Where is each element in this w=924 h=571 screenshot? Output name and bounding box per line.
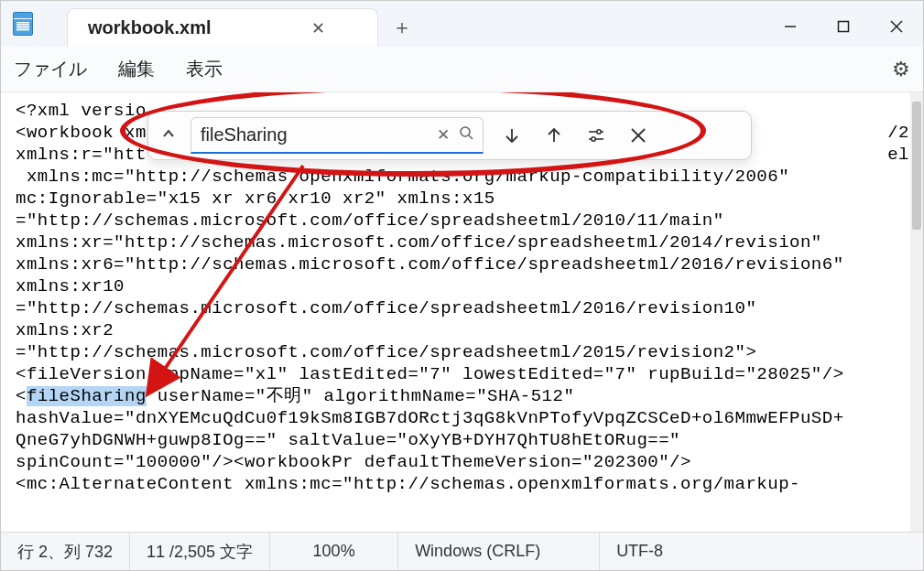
menu-file[interactable]: ファイル: [14, 57, 87, 81]
window-controls: [764, 6, 923, 47]
search-icon[interactable]: [459, 125, 473, 145]
status-charcount: 11 /2,505 文字: [130, 533, 270, 570]
notepad-window: workbook.xml ✕ ＋ ファイル 編集 表示 ⚙ <?xml vers…: [0, 0, 924, 571]
tab-workbook-xml[interactable]: workbook.xml ✕: [67, 8, 378, 47]
svg-point-9: [597, 130, 601, 134]
minimize-button[interactable]: [764, 6, 817, 47]
status-position: 行 2、列 732: [1, 533, 130, 570]
find-input[interactable]: fileSharing ✕: [190, 117, 484, 154]
find-input-value: fileSharing: [201, 124, 428, 145]
status-encoding[interactable]: UTF-8: [600, 533, 746, 570]
find-prev-icon[interactable]: [540, 126, 568, 145]
statusbar: 行 2、列 732 11 /2,505 文字 100% Windows (CRL…: [1, 532, 923, 570]
text-content[interactable]: <?xml versio <workbook xm /2006/main" xm…: [16, 100, 910, 530]
close-findbar-icon[interactable]: [625, 127, 652, 144]
tab-title: workbook.xml: [88, 17, 211, 38]
menubar: ファイル 編集 表示 ⚙: [1, 47, 923, 92]
new-tab-button[interactable]: ＋: [382, 8, 422, 47]
clear-search-icon[interactable]: ✕: [437, 125, 450, 145]
menu-view[interactable]: 表示: [186, 57, 223, 81]
search-highlight: fileSharing: [27, 386, 147, 406]
status-zoom[interactable]: 100%: [270, 533, 398, 570]
find-options-icon[interactable]: [582, 126, 610, 145]
content-area: <?xml versio <workbook xm /2006/main" xm…: [1, 92, 923, 532]
expand-chevron-icon[interactable]: [161, 126, 176, 145]
svg-rect-1: [839, 22, 849, 32]
menu-edit[interactable]: 編集: [118, 57, 155, 81]
settings-gear-icon[interactable]: ⚙: [892, 58, 910, 81]
svg-line-5: [469, 135, 473, 139]
vertical-scrollbar[interactable]: [910, 92, 923, 532]
find-next-icon[interactable]: [498, 126, 526, 145]
scrollbar-thumb[interactable]: [912, 102, 921, 230]
maximize-button[interactable]: [817, 6, 870, 47]
titlebar: workbook.xml ✕ ＋: [1, 1, 923, 47]
svg-point-4: [461, 127, 470, 136]
svg-point-11: [592, 137, 595, 141]
close-window-button[interactable]: [870, 6, 923, 47]
close-tab-icon[interactable]: ✕: [311, 18, 325, 38]
app-icon: [1, 1, 45, 47]
notepad-icon: [13, 12, 33, 36]
status-eol[interactable]: Windows (CRLF): [398, 533, 600, 570]
find-bar: fileSharing ✕: [147, 111, 752, 160]
